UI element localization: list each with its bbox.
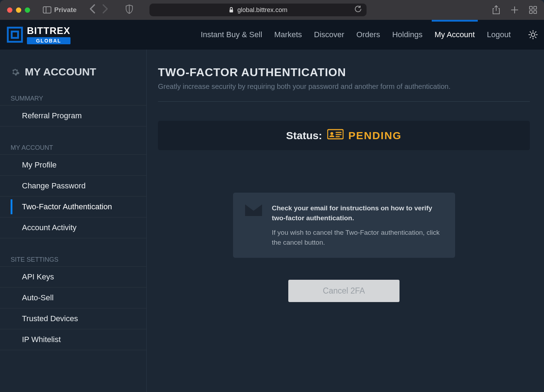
nav-my-account[interactable]: My Account [434, 20, 476, 50]
sidebar-item-trusted-devices[interactable]: Trusted Devices [0, 308, 146, 329]
logo-mark-icon [6, 26, 23, 43]
sidebar-item-change-password[interactable]: Change Password [0, 175, 146, 196]
svg-line-18 [535, 37, 536, 38]
sidebar-item-auto-sell[interactable]: Auto-Sell [0, 287, 146, 308]
sidebar-section-my-account: MY ACCOUNT My Profile Change Password Tw… [0, 138, 146, 238]
sidebar-label-summary: SUMMARY [0, 89, 146, 105]
tab-overview-button[interactable]: Private [43, 6, 76, 14]
nav-orders[interactable]: Orders [356, 20, 381, 50]
status-bar: Status: PENDING [158, 121, 530, 150]
sidebar-item-my-profile[interactable]: My Profile [0, 154, 146, 175]
minimize-window-button[interactable] [16, 7, 21, 13]
nav-discover[interactable]: Discover [313, 20, 345, 50]
close-window-button[interactable] [7, 7, 12, 13]
sidebar-item-referral-program[interactable]: Referral Program [0, 105, 146, 126]
svg-line-19 [530, 37, 531, 38]
address-bar[interactable]: global.bittrex.com [149, 4, 367, 16]
svg-rect-3 [230, 10, 233, 12]
info-text: Check your email for instructions on how… [272, 203, 443, 247]
sidebar-item-ip-whitelist[interactable]: IP Whitelist [0, 329, 146, 350]
svg-rect-11 [12, 32, 18, 38]
svg-point-22 [330, 132, 333, 135]
sidebar-label-site-settings: SITE SETTINGS [0, 250, 146, 266]
lock-icon [229, 7, 234, 13]
nav-instant-buy-sell[interactable]: Instant Buy & Sell [200, 20, 263, 50]
private-label: Private [54, 6, 76, 14]
sidebar-item-account-activity[interactable]: Account Activity [0, 217, 146, 238]
browser-chrome: Private global.bittrex.com [0, 0, 544, 20]
nav-logout[interactable]: Logout [486, 20, 511, 50]
nav-markets[interactable]: Markets [273, 20, 302, 50]
svg-rect-8 [529, 11, 532, 13]
chrome-right-controls [492, 5, 537, 15]
top-nav: BITTREX GLOBAL Instant Buy & Sell Market… [0, 20, 544, 50]
refresh-button[interactable] [355, 6, 362, 15]
window-controls [7, 7, 30, 13]
info-line2: If you wish to cancel the Two-Factor aut… [272, 228, 443, 247]
svg-rect-9 [534, 11, 537, 13]
sidebar-title-text: MY ACCOUNT [25, 66, 96, 78]
svg-line-20 [535, 32, 536, 33]
forward-button[interactable] [102, 4, 108, 16]
svg-rect-7 [534, 6, 537, 9]
sidebar-section-summary: SUMMARY Referral Program [0, 89, 146, 126]
maximize-window-button[interactable] [25, 7, 30, 13]
cancel-2fa-button[interactable]: Cancel 2FA [288, 280, 400, 302]
page-subtitle: Greatly increase security by requiring b… [158, 83, 530, 91]
svg-rect-10 [8, 28, 22, 42]
mail-icon [245, 204, 262, 247]
main-content: TWO-FACTOR AUTHENTICATION Greatly increa… [147, 50, 544, 392]
divider [158, 101, 530, 102]
sidebar-section-site-settings: SITE SETTINGS API Keys Auto-Sell Trusted… [0, 250, 146, 350]
tab-grid-button[interactable] [529, 6, 537, 14]
back-button[interactable] [89, 4, 96, 16]
gear-icon [11, 67, 20, 76]
info-box: Check your email for instructions on how… [233, 193, 455, 258]
logo-text-primary: BITTREX [27, 25, 70, 36]
svg-point-12 [531, 33, 535, 36]
sidebar-label-my-account: MY ACCOUNT [0, 138, 146, 154]
nav-links: Instant Buy & Sell Markets Discover Orde… [200, 20, 538, 50]
status-value: PENDING [348, 130, 402, 142]
new-tab-button[interactable] [511, 6, 518, 14]
info-line1: Check your email for instructions on how… [272, 203, 443, 223]
svg-rect-0 [43, 7, 51, 13]
share-button[interactable] [492, 5, 500, 15]
logo[interactable]: BITTREX GLOBAL [6, 25, 70, 44]
status-label: Status: [286, 130, 322, 142]
nav-arrows [89, 4, 108, 16]
svg-line-17 [530, 32, 531, 33]
svg-rect-6 [529, 6, 532, 9]
url-text: global.bittrex.com [237, 6, 287, 14]
logo-text-secondary: GLOBAL [27, 37, 70, 44]
id-card-icon [327, 129, 344, 142]
nav-holdings[interactable]: Holdings [391, 20, 423, 50]
sidebar-item-api-keys[interactable]: API Keys [0, 266, 146, 287]
sidebar-title: MY ACCOUNT [0, 66, 146, 89]
privacy-shield-button[interactable] [125, 5, 133, 15]
page-title: TWO-FACTOR AUTHENTICATION [158, 66, 530, 79]
sidebar: MY ACCOUNT SUMMARY Referral Program MY A… [0, 50, 147, 392]
sidebar-item-two-factor-authentication[interactable]: Two-Factor Authentication [0, 196, 146, 217]
theme-toggle-button[interactable] [528, 30, 538, 39]
